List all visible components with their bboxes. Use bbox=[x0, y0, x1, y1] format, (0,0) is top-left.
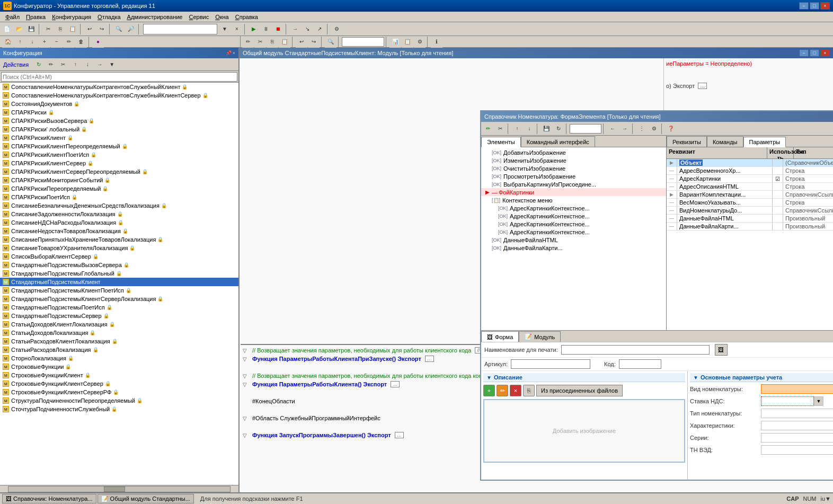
t2-btn7[interactable]: 🗑 bbox=[75, 36, 87, 48]
desc-edit-btn[interactable]: ✏ bbox=[497, 385, 508, 396]
t2r-btn8[interactable]: 📊 bbox=[389, 36, 401, 48]
t2-btn3[interactable]: ↓ bbox=[26, 36, 38, 48]
extra-btn[interactable]: ⚙ bbox=[331, 23, 342, 35]
menu-edit[interactable]: Правка bbox=[23, 13, 49, 21]
list-item[interactable]: M СостоянияДокументов 🔒 bbox=[0, 100, 238, 108]
list-item[interactable]: M СписаниеБезналичныхДенежныхСредствЛока… bbox=[0, 201, 238, 210]
prop-row[interactable]: — АдресВременногоХр... Строка bbox=[667, 167, 833, 175]
menu-windows[interactable]: Окна bbox=[212, 13, 232, 21]
tree-item[interactable]: [OK] АдресКартинкиКонтекстное... bbox=[481, 220, 666, 228]
t2-btn1[interactable]: 🏠 bbox=[2, 36, 14, 48]
list-item[interactable]: M СтандартныеПодсистемыПоетИсп 🔒 bbox=[0, 303, 238, 312]
tab-parameters[interactable]: Параметры bbox=[743, 137, 786, 147]
new-button[interactable]: 📄 bbox=[1, 23, 13, 35]
code-collapse-icon[interactable]: ▽ bbox=[243, 415, 250, 421]
list-item-selected[interactable]: M СтандартныеПодсистемыКлиент bbox=[0, 278, 238, 286]
copy-button[interactable]: ⎘ bbox=[55, 23, 66, 35]
tab-command-interface[interactable]: Командный интерфейс bbox=[521, 136, 595, 147]
list-item[interactable]: M СтроковыеФункцииКлиентСерверРФ 🔒 bbox=[0, 388, 238, 396]
tree-item[interactable]: [OK] АдресКартинкиКонтекстное... bbox=[481, 212, 666, 220]
sidebar-hscroll[interactable] bbox=[0, 485, 238, 492]
menu-help[interactable]: Справка bbox=[232, 13, 261, 21]
list-item[interactable]: M СтандартныеПодсистемыГлобальный 🔒 bbox=[0, 269, 238, 278]
code-collapse-icon[interactable]: ▽ bbox=[243, 356, 250, 362]
prop-row[interactable]: — АдресОписанияHTML Строка bbox=[667, 183, 833, 191]
list-item[interactable]: M СопоставлениеНоменклатурыКонтрагентовС… bbox=[0, 91, 238, 100]
sprav-edit-btn[interactable]: ✏ bbox=[482, 123, 494, 135]
list-item[interactable]: M СтроковыеФункцииКлиентСервер 🔒 bbox=[0, 379, 238, 388]
list-item[interactable]: M СтатьиДоходовЛокализация 🔒 bbox=[0, 329, 238, 337]
tree-item[interactable]: [OK] АдресКартинкиКонтекстное... bbox=[481, 228, 666, 236]
code-collapse-icon[interactable]: ▽ bbox=[243, 432, 250, 438]
t2-btn4[interactable]: + bbox=[39, 36, 50, 48]
tab-requisites[interactable]: Реквизиты bbox=[667, 136, 707, 147]
maximize-button[interactable]: □ bbox=[810, 2, 819, 10]
list-item[interactable]: M СтроковыеФункцииКлиент 🔒 bbox=[0, 371, 238, 379]
list-item[interactable]: M СписокВыбораКлиентСервер 🔒 bbox=[0, 252, 238, 261]
menu-file[interactable]: Файл bbox=[2, 13, 23, 21]
list-item[interactable]: M СписаниеНДСНаРасходыЛокализация 🔒 bbox=[0, 218, 238, 227]
t2-btn8[interactable]: ● bbox=[92, 36, 104, 48]
tab-form[interactable]: 🖼 Форма bbox=[481, 331, 519, 342]
redo-button[interactable]: ↪ bbox=[96, 23, 108, 35]
module-close[interactable]: × bbox=[820, 49, 830, 57]
list-item[interactable]: M СПАРКРискиКлиентСерверПереопределяемый… bbox=[0, 167, 238, 176]
sidebar-close-icon[interactable]: × bbox=[233, 50, 235, 56]
sidebar-pin-icon[interactable]: 📌 bbox=[226, 50, 232, 56]
list-item[interactable]: M СтатьиДоходовКлиентЛокализация 🔒 bbox=[0, 320, 238, 329]
sb-up-btn[interactable]: ↑ bbox=[69, 59, 81, 70]
list-item[interactable]: M СтандартныеПодсистемыВызовСервера 🔒 bbox=[0, 261, 238, 269]
code-collapse-icon[interactable]: ▽ bbox=[243, 382, 250, 387]
tree-item[interactable]: [OK] ВыбратьКартинкуИзПрисоедине... bbox=[481, 180, 666, 188]
prop-row[interactable]: — ВидНоменклатурыДо... СправочникСсылка.… bbox=[667, 207, 833, 215]
sb-edit-btn[interactable]: ✏ bbox=[45, 59, 57, 70]
sprav-props-btn[interactable]: ⚙ bbox=[648, 123, 660, 135]
connected-btn[interactable]: Из присоединенных файлов bbox=[536, 385, 623, 396]
tree-item[interactable]: [OK] АдресКартинкиКонтекстное... bbox=[481, 204, 666, 212]
tree-item[interactable]: [OK] ИзменитьИзображение bbox=[481, 156, 666, 164]
tab-elements[interactable]: Элементы bbox=[481, 137, 521, 147]
sprav-input[interactable] bbox=[570, 124, 601, 134]
list-item[interactable]: M СторноЛокализация 🔒 bbox=[0, 354, 238, 362]
t2r-btn9[interactable]: 📋 bbox=[402, 36, 413, 48]
menu-debug[interactable]: Отладка bbox=[94, 13, 124, 21]
list-item[interactable]: M СписаниеНедостачТоваровЛокализация 🔒 bbox=[0, 227, 238, 235]
list-item[interactable]: M СПАРКРискиКлиентПереопределяемый 🔒 bbox=[0, 142, 238, 151]
paste-button[interactable]: 📋 bbox=[67, 23, 78, 35]
t2r-btn3[interactable]: ⎘ bbox=[267, 36, 278, 48]
tree-item[interactable]: [OK] ДобавитьИзображение bbox=[481, 148, 666, 156]
code-input[interactable] bbox=[619, 359, 661, 369]
search-input[interactable] bbox=[1, 72, 237, 82]
tree-item[interactable]: [📋] Контекстное меню bbox=[481, 196, 666, 204]
module-maximize[interactable]: □ bbox=[810, 49, 819, 57]
menu-admin[interactable]: Администрирование bbox=[124, 13, 186, 21]
name-icon-btn[interactable]: 🖼 bbox=[715, 344, 728, 356]
run-button[interactable]: ▶ bbox=[248, 23, 260, 35]
t2r-btn2[interactable]: ✂ bbox=[254, 36, 266, 48]
sprav-cut-btn[interactable]: ✂ bbox=[494, 123, 506, 135]
toolbar-dropdown[interactable] bbox=[143, 24, 217, 34]
list-item[interactable]: M СПАРКРискиКлиентСервер 🔒 bbox=[0, 159, 238, 167]
sprav-down-btn[interactable]: ↓ bbox=[524, 123, 535, 135]
taskbar-btn-sprav[interactable]: 🖼 Справочник: Номенклатура... bbox=[2, 494, 96, 503]
tab-module[interactable]: 📝 Модуль bbox=[519, 331, 561, 342]
step2-button[interactable]: ↘ bbox=[302, 23, 313, 35]
list-item[interactable]: M СтатьиРасходовЛокализация 🔒 bbox=[0, 346, 238, 354]
t2r-input[interactable] bbox=[342, 37, 384, 47]
sprav-nav2-btn[interactable]: → bbox=[619, 123, 631, 135]
tree-item[interactable]: [OK] ОчиститьИзображение bbox=[481, 164, 666, 172]
list-item[interactable]: M СПАРКРискиПоетИсп 🔒 bbox=[0, 193, 238, 201]
t2r-btn6[interactable]: ↪ bbox=[308, 36, 320, 48]
tree-item-foykartinki[interactable]: ▶ — ФойКартинки bbox=[481, 188, 666, 196]
step3-button[interactable]: ↗ bbox=[314, 23, 325, 35]
series-input[interactable] bbox=[761, 433, 833, 443]
code-collapse-icon[interactable]: ▽ bbox=[243, 373, 250, 379]
clear-btn[interactable]: × bbox=[231, 23, 243, 35]
prop-row[interactable]: — АдресКартинки ☑ Строка bbox=[667, 175, 833, 183]
undo-button[interactable]: ↩ bbox=[84, 23, 95, 35]
sprav-up-btn[interactable]: ↑ bbox=[511, 123, 523, 135]
close-button[interactable]: × bbox=[820, 2, 830, 10]
t2r-btn7[interactable]: 🔍 bbox=[325, 36, 336, 48]
list-item[interactable]: M СтроковыеФункции 🔒 bbox=[0, 362, 238, 371]
code-expand-btn4[interactable]: … bbox=[391, 381, 400, 387]
